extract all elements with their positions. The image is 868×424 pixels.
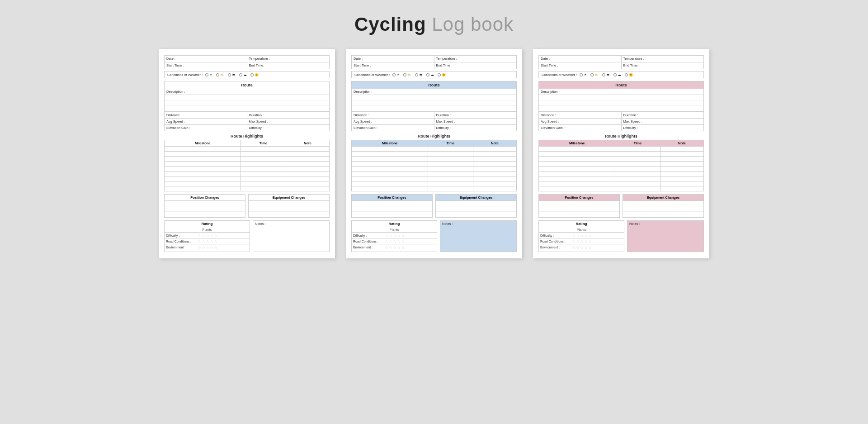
highlights-column-header: Note [286, 140, 329, 147]
highlight-cell [615, 167, 660, 172]
header-cell: Date : [539, 56, 622, 62]
highlight-cell [286, 167, 329, 172]
rating-stars: ☆☆☆☆☆ [385, 245, 405, 250]
route-header: Route [165, 81, 329, 89]
highlight-row [165, 157, 330, 162]
highlight-cell [473, 162, 516, 167]
highlight-cell [660, 162, 703, 167]
header-fields: Date :Temperature :Start Time :End Time: [351, 55, 517, 69]
route-stat-cell: Max Speed : [434, 119, 517, 124]
rating-stars: ☆☆☆☆☆ [385, 239, 405, 243]
header-cell: Start Time : [539, 62, 622, 69]
notes-box: Notes : [627, 220, 704, 252]
highlight-cell [165, 157, 241, 162]
highlight-cell [539, 152, 615, 157]
position-line [539, 206, 619, 212]
highlight-cell [615, 181, 660, 186]
highlight-cell [241, 162, 286, 167]
highlight-cell [352, 167, 428, 172]
highlight-cell [473, 186, 516, 191]
route-stat-cell: Difficulty : [622, 125, 704, 131]
header-row-1: Date :Temperature : [165, 56, 329, 62]
rating-stars: ☆☆☆☆☆ [385, 233, 405, 238]
rain-icon: 🌧 [419, 73, 423, 77]
position-changes-header: Position Changes [539, 195, 619, 201]
rain-icon: 🌧 [606, 73, 610, 77]
highlight-cell [473, 167, 516, 172]
weather-circle [580, 73, 583, 76]
route-stat-cell: Elevation Gain : [165, 125, 247, 131]
weather-sunny-group: ☀ [205, 73, 212, 77]
rating-row: Road Conditions : ☆☆☆☆☆ [352, 238, 437, 244]
highlight-cell [615, 147, 660, 152]
highlights-column-header: Time [428, 140, 473, 147]
header-cell: Temperature : [434, 56, 517, 62]
route-stat-row: Avg Speed :Max Speed : [352, 119, 516, 125]
hot-icon: 🌞 [442, 73, 446, 77]
sunny-icon: ☀ [209, 73, 212, 77]
weather-hot-group: 🌞 [438, 73, 446, 77]
highlight-row [539, 172, 704, 176]
highlight-cell [165, 147, 241, 152]
star-icon: ☆ [198, 239, 201, 243]
route-header: Route [352, 81, 516, 89]
header-row-2: Start Time :End Time: [539, 62, 703, 69]
highlight-cell [286, 172, 329, 176]
rating-row: Road Conditions : ☆☆☆☆☆ [165, 238, 250, 244]
star-icon: ☆ [393, 233, 396, 238]
highlight-cell [473, 147, 516, 152]
notes-label: Notes : [253, 221, 329, 227]
route-stat-cell: Elevation Gain : [539, 125, 622, 131]
rating-label-text: Road Conditions : [166, 240, 198, 243]
weather-sunny-group: ☀ [580, 73, 587, 77]
highlight-row [352, 157, 517, 162]
star-icon: ☆ [202, 245, 205, 250]
route-stat-cell: Difficulty : [434, 125, 517, 131]
route-stats: Distance :Duration :Avg Speed :Max Speed… [539, 112, 703, 131]
route-stat-cell: Difficulty : [247, 125, 330, 131]
weather-circle [216, 73, 219, 76]
highlight-row [539, 147, 704, 152]
star-icon: ☆ [385, 233, 388, 238]
star-icon: ☆ [584, 233, 588, 238]
star-icon: ☆ [214, 233, 217, 238]
highlights-table: MilestoneTimeNote [164, 140, 330, 191]
highlight-row [165, 152, 330, 157]
route-stat-row: Avg Speed :Max Speed : [165, 119, 329, 125]
notes-label: Notes : [627, 221, 703, 227]
weather-cloud-sun-group: ⛅ [590, 73, 599, 77]
title-light: Log book [432, 14, 514, 35]
equipment-line [436, 201, 516, 206]
header-cell: End Time: [622, 62, 704, 69]
star-icon: ☆ [576, 233, 580, 238]
highlight-row [165, 181, 330, 186]
route-stat-row: Elevation Gain :Difficulty : [539, 125, 703, 131]
rain-icon: 🌧 [232, 73, 236, 77]
weather-cloudy-group: ☁ [426, 73, 434, 77]
weather-sunny-group: ☀ [392, 73, 400, 77]
star-icon: ☆ [202, 239, 205, 243]
rating-label-text: Environment : [166, 246, 198, 249]
star-icon: ☆ [206, 245, 209, 250]
cloud-sun-icon: ⛅ [220, 73, 224, 77]
rating-box: Rating Plants Difficulty : ☆☆☆☆☆ Road Co… [164, 220, 250, 252]
weather-circle [590, 73, 594, 76]
star-icon: ☆ [393, 239, 396, 243]
sunny-icon: ☀ [584, 73, 587, 77]
highlight-cell [286, 176, 329, 181]
rating-row: Environment : ☆☆☆☆☆ [165, 244, 250, 250]
route-stat-row: Elevation Gain :Difficulty : [352, 125, 516, 131]
highlights-column-header: Time [615, 140, 660, 147]
rating-header: Rating [165, 221, 250, 227]
route-empty-row [165, 100, 329, 106]
position-lines [539, 201, 619, 217]
highlight-row [165, 172, 330, 176]
rating-label-text: Difficulty : [353, 234, 385, 237]
route-desc-row: Description : [539, 89, 703, 95]
highlight-row [539, 152, 704, 157]
rating-notes-row: Rating Plants Difficulty : ☆☆☆☆☆ Road Co… [351, 220, 517, 252]
highlight-cell [428, 152, 473, 157]
highlight-cell [286, 181, 329, 186]
header-row-2: Start Time :End Time: [165, 62, 329, 69]
star-icon: ☆ [397, 239, 401, 243]
